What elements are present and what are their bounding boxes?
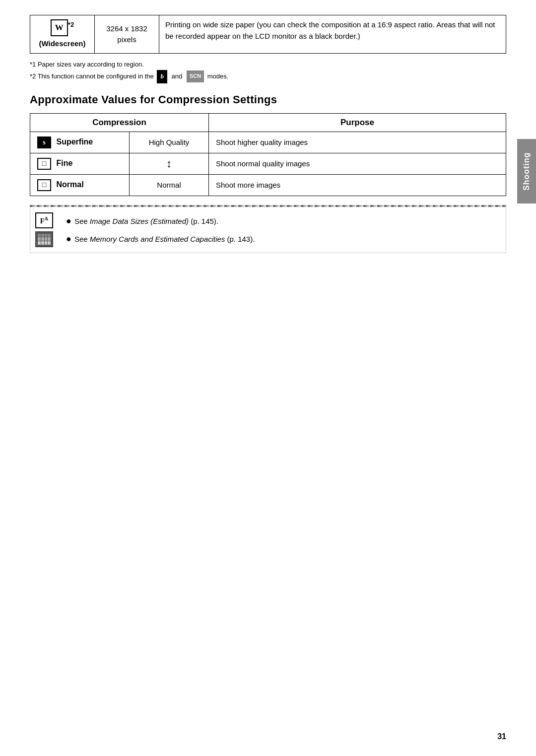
footnotes: *1 Paper sizes vary according to region.…: [30, 60, 506, 83]
table-row: □ Fine ↕ Shoot normal quality images: [30, 153, 506, 174]
note-icon-card: [35, 231, 53, 247]
note-line-1: ● See Image Data Sizes (Estimated) (p. 1…: [66, 212, 255, 230]
table-row: s Superfine High Quality Shoot higher qu…: [30, 132, 506, 153]
footnote-mark-2: *2: [68, 21, 74, 28]
mode-icon-scn: SCN: [187, 70, 204, 82]
normal-icon: □: [37, 179, 51, 191]
normal-quality-text: Normal: [157, 181, 181, 189]
purpose-header: Purpose: [209, 113, 506, 132]
page-container: W *2 (Widescreen) 3264 x 1832pixels Prin…: [0, 0, 536, 756]
table-row: □ Normal Normal Shoot more images: [30, 174, 506, 196]
top-table: W *2 (Widescreen) 3264 x 1832pixels Prin…: [30, 15, 506, 54]
sidebar-tab: Shooting: [517, 139, 536, 204]
superfine-quality: High Quality: [130, 132, 209, 153]
fine-label-cell: □ Fine: [30, 153, 130, 174]
compression-table: Compression Purpose s Superfine High Qua…: [30, 113, 506, 196]
quality-arrow: ↕: [136, 158, 201, 169]
superfine-purpose-text: Shoot higher quality images: [216, 138, 308, 146]
normal-purpose-text: Shoot more images: [216, 181, 280, 189]
note-icon-fa: FA: [35, 212, 53, 228]
description-cell: Printing on wide size paper (you can che…: [159, 15, 506, 54]
notes-text: ● See Image Data Sizes (Estimated) (p. 1…: [58, 207, 263, 253]
bullet-1: ●: [66, 212, 71, 230]
note-1-text: See Image Data Sizes (Estimated) (p. 145…: [74, 214, 218, 229]
notes-container: FA: [30, 207, 506, 253]
widescreen-icon: W *2: [36, 19, 88, 36]
normal-label-cell: □ Normal: [30, 174, 130, 196]
fine-purpose-text: Shoot normal quality images: [216, 159, 310, 168]
compression-header: Compression: [30, 113, 209, 132]
notes-section: FA: [30, 205, 506, 253]
pixels-cell: 3264 x 1832pixels: [95, 15, 159, 54]
superfine-text: Superfine: [56, 137, 93, 146]
normal-text: Normal: [56, 180, 83, 189]
notes-icons: FA: [30, 207, 58, 253]
normal-quality: Normal: [130, 174, 209, 196]
superfine-label-cell: s Superfine: [30, 132, 130, 153]
fine-purpose: Shoot normal quality images: [209, 153, 506, 174]
superfine-purpose: Shoot higher quality images: [209, 132, 506, 153]
section-heading: Approximate Values for Compression Setti…: [30, 93, 506, 106]
sidebar-label: Shooting: [522, 152, 531, 190]
normal-purpose: Shoot more images: [209, 174, 506, 196]
page-number: 31: [497, 732, 506, 741]
fine-text: Fine: [56, 159, 72, 167]
note-2-italic: Memory Cards and Estimated Capacities: [90, 235, 225, 243]
note-2-text: See Memory Cards and Estimated Capacitie…: [74, 232, 255, 247]
footnote-2: *2 This function cannot be configured in…: [30, 70, 506, 83]
pixels-value: 3264 x 1832pixels: [106, 24, 147, 44]
note-line-2: ● See Memory Cards and Estimated Capacit…: [66, 230, 255, 248]
description-text: Printing on wide size paper (you can che…: [165, 20, 495, 40]
fine-icon: □: [37, 158, 51, 170]
superfine-icon: s: [37, 137, 51, 148]
bullet-2: ●: [66, 230, 71, 248]
footnote-1: *1 Paper sizes vary according to region.: [30, 60, 506, 70]
widescreen-cell: W *2 (Widescreen): [30, 15, 95, 54]
widescreen-label: (Widescreen): [36, 38, 88, 50]
superfine-quality-text: High Quality: [149, 138, 190, 146]
note-1-italic: Image Data Sizes (Estimated): [90, 217, 189, 225]
fine-quality: ↕: [130, 153, 209, 174]
mode-icon-b: b: [157, 70, 167, 83]
